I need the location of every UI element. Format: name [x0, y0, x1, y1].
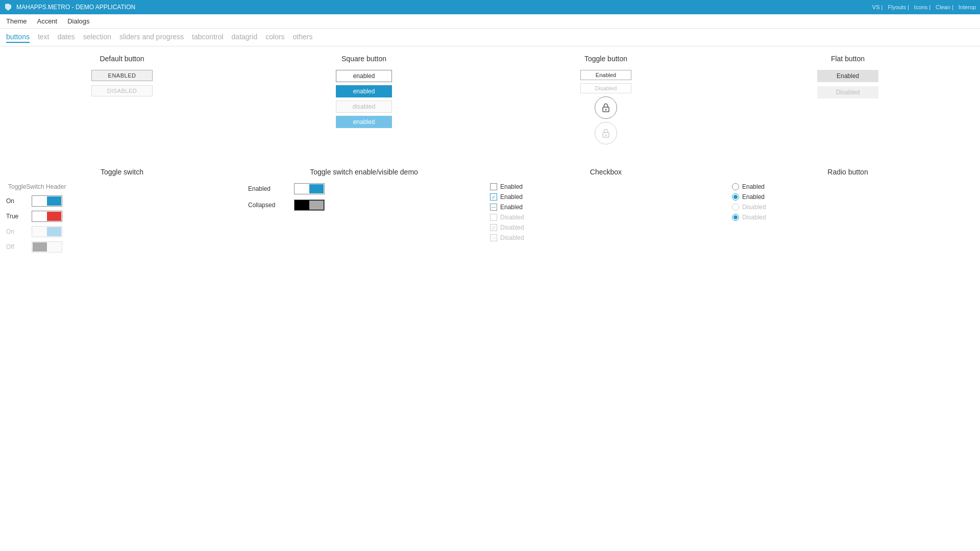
tab-dates[interactable]: dates — [58, 32, 75, 42]
app-icon — [4, 3, 12, 11]
cb-row-2: Enabled — [490, 204, 722, 211]
toggle-row-on: On — [6, 195, 238, 207]
toggle-track-on[interactable] — [32, 195, 62, 207]
toggle-button-title: Toggle button — [490, 55, 722, 63]
square-button-section: Square button enabled enabled disabled e… — [248, 55, 490, 158]
cb-row-3: Disabled — [490, 214, 722, 221]
menu-dialogs[interactable]: Dialogs — [63, 15, 93, 27]
cb-row-1: Enabled — [490, 193, 722, 201]
flyouts-link[interactable]: Flyouts — [888, 4, 909, 10]
icons-link[interactable]: Icons — [914, 4, 930, 10]
toggle-thumb-disabled-on — [47, 227, 61, 236]
menu-accent[interactable]: Accent — [33, 15, 61, 27]
lock-icon-disabled — [600, 128, 611, 139]
cb-label-1: Enabled — [500, 193, 523, 201]
radio-row-0: Enabled — [732, 183, 964, 190]
menu-bar: Theme Accent Dialogs — [0, 14, 980, 29]
tab-tabcontrol[interactable]: tabcontrol — [192, 32, 223, 42]
title-bar: MAHAPPS.METRO - DEMO APPLICATION VS Flyo… — [0, 0, 980, 14]
icon-btn-disabled-wrap — [490, 122, 722, 144]
cb-row-0: Enabled — [490, 183, 722, 190]
title-bar-actions: VS Flyouts Icons Clean Interop — [872, 4, 976, 10]
default-button-title: Default button — [6, 55, 238, 63]
cb-box-3 — [490, 214, 497, 221]
vs-link[interactable]: VS — [872, 4, 883, 10]
demo-label-enabled: Enabled — [248, 185, 289, 192]
app-title: MAHAPPS.METRO - DEMO APPLICATION — [16, 4, 135, 11]
tab-colors[interactable]: colors — [265, 32, 284, 42]
clean-link[interactable]: Clean — [936, 4, 953, 10]
tab-datagrid[interactable]: datagrid — [232, 32, 258, 42]
toggle-thumb-on — [47, 196, 61, 206]
square-btn-accent[interactable]: enabled — [336, 116, 392, 128]
square-btn-active[interactable]: enabled — [336, 85, 392, 97]
cb-box-2[interactable] — [490, 204, 497, 211]
default-btn-enabled[interactable]: ENABLED — [91, 70, 153, 81]
toggle-switch-demo-section: Toggle switch enable/visible demo Enable… — [248, 168, 490, 267]
demo-toggle-collapsed[interactable] — [294, 199, 325, 211]
cb-label-3: Disabled — [500, 214, 524, 221]
toggle-row-true: True — [6, 211, 238, 222]
demo-row-collapsed: Collapsed — [248, 199, 480, 211]
checkbox-title: Checkbox — [490, 168, 722, 176]
flat-btn-disabled: Disabled — [817, 86, 878, 98]
cb-label-5: Disabled — [500, 234, 524, 241]
svg-point-1 — [605, 109, 607, 111]
title-bar-left: MAHAPPS.METRO - DEMO APPLICATION — [4, 3, 135, 11]
flat-button-title: Flat button — [732, 55, 964, 63]
interop-link[interactable]: Interop — [959, 4, 976, 10]
toggle-label-on: On — [6, 197, 27, 205]
radio-outer-2 — [732, 204, 739, 211]
radio-row-1: Enabled — [732, 193, 964, 201]
tab-buttons[interactable]: buttons — [6, 32, 30, 43]
flat-btn-enabled[interactable]: Enabled — [817, 70, 878, 82]
toggle-button-section: Toggle button Enabled Disabled — [490, 55, 732, 158]
radio-outer-1[interactable] — [732, 193, 739, 201]
toggle-switch-header: ToggleSwitch Header — [6, 183, 238, 190]
cb-row-4: Disabled — [490, 224, 722, 231]
radio-outer-3 — [732, 214, 739, 221]
toggle-label-disabled-on: On — [6, 228, 27, 235]
tab-others[interactable]: others — [293, 32, 313, 42]
toggle-btn-enabled[interactable]: Enabled — [580, 70, 631, 80]
demo-label-collapsed: Collapsed — [248, 202, 289, 209]
toggle-track-disabled-off — [32, 241, 62, 253]
toggle-row-disabled-on: On — [6, 226, 238, 237]
cb-box-1[interactable] — [490, 193, 497, 201]
svg-point-3 — [605, 135, 607, 136]
checkbox-section: Checkbox Enabled Enabled Enabled Disable… — [490, 168, 732, 267]
square-button-title: Square button — [248, 55, 480, 63]
radio-label-3: Disabled — [742, 214, 766, 221]
tab-sliders[interactable]: sliders and progress — [119, 32, 184, 42]
demo-toggle-enabled[interactable] — [294, 183, 325, 194]
radio-label-0: Enabled — [742, 183, 765, 190]
default-button-section: Default button ENABLED DISABLED — [6, 55, 248, 158]
cb-box-5 — [490, 234, 497, 241]
toggle-label-true: True — [6, 213, 27, 220]
menu-theme[interactable]: Theme — [2, 15, 31, 27]
row1: Default button ENABLED DISABLED Square b… — [0, 46, 980, 158]
icon-btn-enabled-wrap — [490, 96, 722, 119]
toggle-switch-section: Toggle switch ToggleSwitch Header On Tru… — [6, 168, 248, 267]
cb-label-0: Enabled — [500, 183, 523, 190]
toggle-btn-disabled: Disabled — [580, 83, 631, 93]
toggle-switch-demo-title: Toggle switch enable/visible demo — [248, 168, 480, 176]
toggle-track-disabled-on — [32, 226, 62, 237]
radio-outer-0[interactable] — [732, 183, 739, 190]
tab-selection[interactable]: selection — [83, 32, 111, 42]
icon-btn-enabled[interactable] — [595, 96, 617, 119]
square-btn-enabled1[interactable]: enabled — [336, 70, 392, 82]
icon-btn-disabled — [595, 122, 617, 144]
radio-row-3: Disabled — [732, 214, 964, 221]
radio-button-section: Radio button Enabled Enabled Disabled Di… — [732, 168, 974, 267]
cb-box-0[interactable] — [490, 183, 497, 190]
radio-row-2: Disabled — [732, 204, 964, 211]
nav-tabs: buttons text dates selection sliders and… — [0, 29, 980, 46]
lock-icon-enabled — [600, 102, 611, 113]
tab-text[interactable]: text — [38, 32, 50, 42]
toggle-row-disabled-off: Off — [6, 241, 238, 253]
demo-thumb-enabled — [309, 184, 324, 193]
flat-button-section: Flat button Enabled Disabled — [732, 55, 974, 158]
toggle-track-true[interactable] — [32, 211, 62, 222]
row2: Toggle switch ToggleSwitch Header On Tru… — [0, 158, 980, 267]
